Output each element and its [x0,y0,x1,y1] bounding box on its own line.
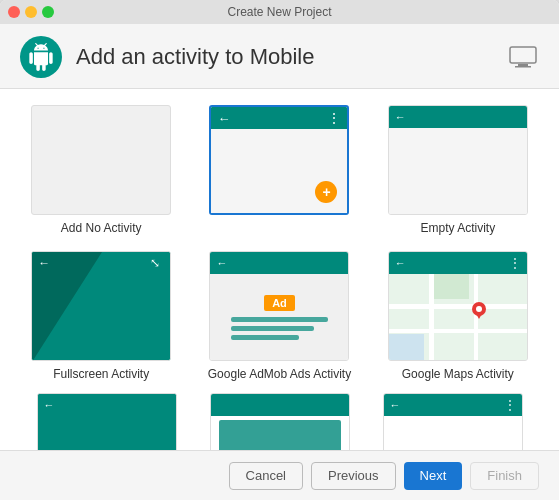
maps-dots-icon: ⋮ [509,256,521,270]
previous-button[interactable]: Previous [311,462,396,490]
main-window: Create New Project Add an activity to Mo… [0,0,559,500]
admob-thumb: ← Ad [209,251,349,361]
svg-point-14 [476,306,482,312]
maps-thumb: ← ⋮ [388,251,528,361]
title-bar: Create New Project [0,0,559,24]
partial-topbar-1: ← [38,394,176,416]
partial-topbar-3: ← ⋮ [384,394,522,416]
activity-item-fullscreen[interactable]: ← ⤡ Fullscreen Activity [20,251,182,381]
bottom-partial-row: ← ← ⋮ [20,393,539,450]
svg-rect-9 [474,274,478,361]
maximize-button[interactable] [42,6,54,18]
blank-top-bar: ← ⋮ [211,107,347,129]
partial-thumb-3[interactable]: ← ⋮ [383,393,523,450]
blank-content-area: + [211,129,347,213]
activity-item-admob[interactable]: ← Ad Google AdMob Ads Activity [198,251,360,381]
partial-thumb-1[interactable]: ← [37,393,177,450]
svg-rect-7 [389,329,528,333]
fab-button: + [315,181,337,203]
finish-button[interactable]: Finish [470,462,539,490]
partial-thumb-2[interactable] [210,393,350,450]
activity-item-maps[interactable]: ← ⋮ [377,251,539,381]
fullscreen-back-icon: ← [38,256,50,270]
window-title: Create New Project [227,5,331,19]
admob-content: ← Ad [210,252,348,360]
svg-rect-0 [510,47,536,63]
next-button[interactable]: Next [404,462,463,490]
fullscreen-expand-icon: ⤡ [150,256,160,270]
activity-item-empty[interactable]: ← Empty Activity [377,105,539,235]
svg-rect-2 [515,66,531,68]
admob-back-icon: ← [216,257,227,269]
empty-content [389,128,527,215]
partial-dots-icon-3: ⋮ [504,398,516,412]
admob-body: Ad [210,274,348,360]
admob-line-1 [231,317,329,322]
ad-badge: Ad [264,295,295,311]
dots-menu-icon: ⋮ [327,110,341,126]
empty-back-icon: ← [395,111,406,123]
maps-back-icon: ← [395,257,406,269]
empty-activity-label: Empty Activity [420,221,495,235]
minimize-button[interactable] [25,6,37,18]
maps-label: Google Maps Activity [402,367,514,381]
svg-rect-8 [429,274,434,361]
no-activity-thumb [31,105,171,215]
fullscreen-thumb: ← ⤡ [31,251,171,361]
cancel-button[interactable]: Cancel [229,462,303,490]
admob-line-3 [231,335,299,340]
no-activity-label: Add No Activity [61,221,142,235]
maps-topbar: ← ⋮ [389,252,527,274]
footer: Cancel Previous Next Finish [0,450,559,500]
traffic-lights [8,6,54,18]
activity-item-no-activity[interactable]: Add No Activity [20,105,182,235]
empty-top-bar: ← [389,106,527,128]
map-background [389,274,527,360]
admob-label: Google AdMob Ads Activity [208,367,351,381]
page-title: Add an activity to Mobile [76,44,493,70]
close-button[interactable] [8,6,20,18]
partial-back-icon-1: ← [44,399,55,411]
back-arrow-icon: ← [217,111,230,126]
admob-topbar: ← [210,252,348,274]
monitor-icon [507,45,539,69]
blank-activity-thumb: ← ⋮ + Blank Activity [209,105,349,215]
android-icon [27,43,55,71]
svg-rect-11 [434,274,469,299]
blank-phone-screen: ← ⋮ + [211,107,347,213]
svg-rect-10 [389,334,424,361]
empty-activity-thumb: ← [388,105,528,215]
admob-lines [231,317,329,340]
svg-rect-6 [389,304,528,309]
blank-label-bar: Blank Activity [211,213,347,215]
fullscreen-label: Fullscreen Activity [53,367,149,381]
partial-content-2 [219,420,341,450]
activity-item-blank[interactable]: ← ⋮ + Blank Activity [198,105,360,235]
android-logo [20,36,62,78]
activity-grid: Add No Activity ← ⋮ + Blank Activity [20,105,539,381]
content-area: Add No Activity ← ⋮ + Blank Activity [0,89,559,450]
partial-topbar-2 [211,394,349,416]
partial-back-icon-3: ← [390,399,401,411]
page-header: Add an activity to Mobile [0,24,559,89]
fullscreen-icons: ← ⤡ [38,256,160,270]
admob-line-2 [231,326,314,331]
